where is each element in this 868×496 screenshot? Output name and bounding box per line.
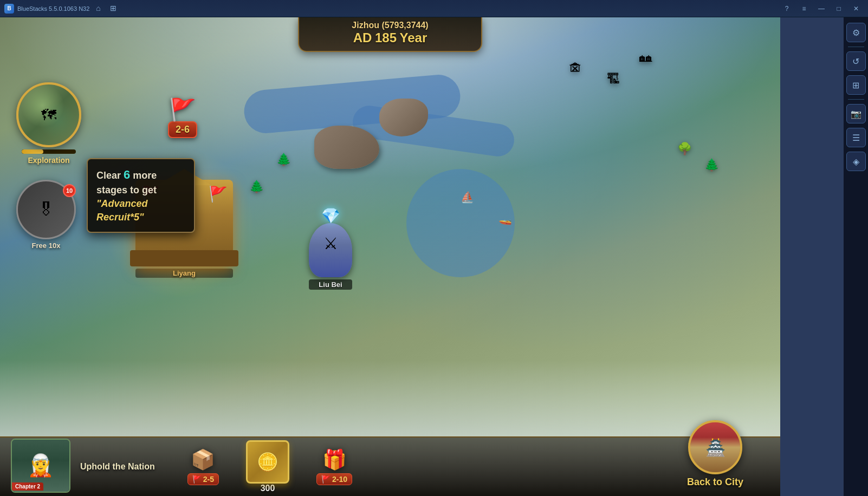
- sidebar-icon-settings[interactable]: ⚙: [846, 23, 866, 42]
- map-tree-3: 🌳: [677, 142, 692, 156]
- gold-amount: 300: [261, 484, 275, 493]
- exploration-button[interactable]: 🗺 Exploration: [11, 82, 87, 165]
- tooltip-reward-1: "Advanced: [96, 198, 148, 209]
- stage-2-10-flag: 🚩 2-10: [316, 473, 352, 485]
- chapter-info: Uphold the Nation: [80, 462, 155, 472]
- recruit-notification-badge: 10: [63, 184, 76, 197]
- multi-icon[interactable]: ⊞: [110, 4, 120, 14]
- title-bar: B BlueStacks 5.5.0.1063 N32 ⌂ ⊞ ? ≡ — □ …: [0, 0, 868, 17]
- exploration-progress-fill: [22, 149, 43, 154]
- tooltip-reward-2: Recruit*5": [96, 212, 144, 223]
- sidebar-icon-refresh[interactable]: ↺: [846, 51, 866, 71]
- nav-icons: ⌂ ⊞: [96, 4, 120, 14]
- exploration-label: Exploration: [11, 156, 87, 165]
- gold-reward[interactable]: 🪙 300: [246, 440, 289, 493]
- minimize-button[interactable]: —: [814, 3, 829, 14]
- diamond-icon: 💎: [321, 207, 340, 225]
- bluestacks-logo: B BlueStacks 5.5.0.1063 N32: [4, 4, 89, 14]
- chest-icon-2-10: 🎁: [322, 448, 347, 471]
- sidebar-divider-2: [848, 99, 864, 100]
- liu-bei-sprite: 💎: [309, 223, 352, 277]
- city-icon: 🏯: [690, 422, 740, 472]
- game-viewport: 🏚 🏗 🏘 🌲 🌲 ⛵ 🚤 🌳 🌲 Jizhou (5793,3744) AD …: [0, 17, 780, 496]
- maximize-button[interactable]: □: [831, 3, 846, 14]
- map-building-2: 🏗: [607, 71, 620, 87]
- back-to-city-button[interactable]: 🏯 Back to City: [666, 420, 764, 488]
- app-title: BlueStacks 5.5.0.1063 N32: [17, 5, 89, 12]
- map-tree-1: 🌲: [249, 180, 264, 194]
- location-bar: Jizhou (5793,3744) AD 185 Year: [298, 17, 482, 52]
- bottom-bar: 🧝 Chapter 2 Uphold the Nation 📦 🚩 2-5 �: [0, 436, 780, 496]
- sidebar-icon-menu[interactable]: ☰: [846, 128, 866, 147]
- tooltip-highlight: 6: [124, 168, 130, 181]
- free-recruit-label: Free 10x: [11, 242, 81, 250]
- year-prefix: AD: [353, 30, 372, 45]
- stage-2-5-flag: 🚩 2-5: [187, 473, 219, 485]
- right-sidebar: ⚙ ↺ ⊞ 📷 ☰ ◈: [843, 17, 868, 496]
- stage-flag-icon: 🚩: [168, 99, 197, 120]
- help-button[interactable]: ?: [779, 3, 794, 14]
- back-to-city-label: Back to City: [666, 477, 764, 488]
- stage-2-5-label: 2-5: [203, 475, 214, 484]
- stage-tooltip: Clear 6 more stages to get "Advanced Rec…: [87, 158, 195, 233]
- free-recruit-button[interactable]: 🎖 10 Free 10x: [11, 180, 81, 250]
- location-year: AD 185 Year: [310, 30, 470, 45]
- map-building-3: 🏘: [639, 50, 652, 65]
- character-portrait: 🧝 Chapter 2: [11, 439, 70, 493]
- liu-bei-character: 💎 Liu Bei: [309, 223, 352, 290]
- bs-app-icon: B: [4, 4, 14, 14]
- menu-button[interactable]: ≡: [796, 3, 812, 14]
- stage-2-5-bottom[interactable]: 📦 🚩 2-5: [187, 448, 219, 485]
- map-tree-4: 🌲: [704, 158, 719, 172]
- chest-icon-2-5: 📦: [191, 448, 215, 471]
- gold-icon: 🪙: [257, 452, 278, 472]
- sidebar-icon-camera[interactable]: 📷: [846, 104, 866, 123]
- stage-2-10-flag-icon: 🚩: [321, 475, 331, 484]
- stage-badge: 2-6: [168, 121, 197, 138]
- year-suffix: Year: [400, 30, 427, 45]
- map-boat-2: 🚤: [498, 212, 512, 225]
- map-boat-1: ⛵: [461, 191, 474, 204]
- gold-box: 🪙: [246, 440, 289, 484]
- location-name: Jizhou (5793,3744): [310, 21, 470, 30]
- stage-2-10-label: 2-10: [332, 475, 347, 484]
- map-building-1: 🏚: [569, 61, 582, 76]
- bottom-content: 🧝 Chapter 2 Uphold the Nation 📦 🚩 2-5 �: [11, 438, 769, 496]
- map-tree-2: 🌲: [276, 153, 291, 167]
- chapter-badge: Chapter 2: [12, 482, 43, 491]
- exploration-map-icon: 🗺: [18, 84, 79, 145]
- city-circle: 🏯: [688, 420, 742, 474]
- home-icon[interactable]: ⌂: [96, 4, 106, 14]
- stage-2-10-bottom[interactable]: 🎁 🚩 2-10: [316, 448, 352, 485]
- exploration-progress-bar: [22, 149, 76, 154]
- sidebar-icon-grid[interactable]: ⊞: [846, 75, 866, 95]
- recruit-symbol: 🎖: [37, 200, 55, 220]
- sidebar-divider-1: [848, 47, 864, 47]
- window-controls: ? ≡ — □ ✕: [779, 3, 864, 14]
- tooltip-content: Clear 6 more stages to get "Advanced Rec…: [96, 167, 185, 224]
- sidebar-icon-special[interactable]: ◈: [846, 152, 866, 171]
- chapter-title: Uphold the Nation: [80, 462, 155, 472]
- stage-2-6-marker[interactable]: 🚩 2-6: [168, 99, 197, 138]
- year-number: 185: [375, 30, 397, 45]
- battle-flag-2: 🚩: [209, 185, 228, 203]
- chapter-character[interactable]: 🧝 Chapter 2: [11, 439, 76, 495]
- liu-bei-name-label: Liu Bei: [309, 279, 352, 290]
- exploration-circle: 🗺: [16, 82, 81, 147]
- close-button[interactable]: ✕: [848, 3, 864, 14]
- stage-2-5-flag-icon: 🚩: [192, 475, 202, 484]
